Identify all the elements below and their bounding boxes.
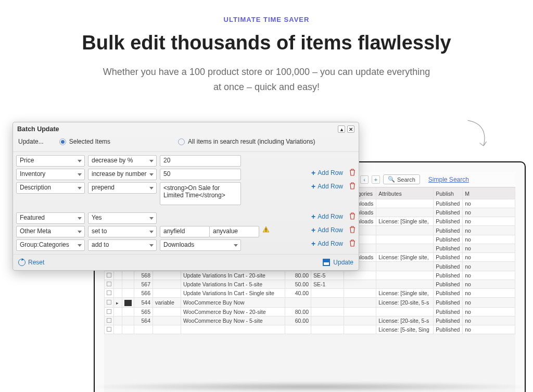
row-checkbox[interactable] [105, 289, 114, 298]
cell-m: no [463, 262, 515, 271]
field-select[interactable]: Featured [16, 212, 85, 224]
field-select[interactable]: Price [16, 155, 85, 167]
cell-m: no [463, 226, 515, 235]
plus-icon: + [311, 169, 315, 177]
add-row-button[interactable]: +Add Row [311, 169, 343, 177]
operation-select[interactable]: set to [88, 226, 157, 237]
row-expand[interactable] [114, 271, 122, 280]
row-expand[interactable]: ▸ [114, 298, 122, 307]
cell-attr: License: [Single site, [376, 253, 434, 262]
cell-publish: Published [434, 280, 463, 289]
cell-cat [344, 280, 376, 289]
field-select[interactable]: Description [16, 182, 85, 194]
cell-sku: SE-1 [311, 280, 344, 289]
trash-icon[interactable] [349, 182, 356, 189]
add-row-label: Add Row [318, 226, 343, 234]
cell-publish: Published [434, 208, 463, 217]
operation-select[interactable]: add to [88, 239, 157, 251]
table-row[interactable]: ▸544variableWooCommerce Buy NowLicense: … [105, 298, 515, 307]
reset-button[interactable]: Reset [18, 259, 44, 266]
cell-publish: Published [434, 325, 463, 334]
row-expand[interactable] [114, 289, 122, 298]
reset-icon [18, 259, 26, 266]
field-select[interactable]: Group:Categories [16, 239, 85, 251]
grid-header[interactable]: Publish [434, 188, 463, 199]
close-icon[interactable]: ✕ [347, 125, 354, 133]
add-icon[interactable]: + [372, 175, 380, 184]
row-checkbox[interactable] [105, 325, 114, 334]
row-checkbox[interactable] [105, 280, 114, 289]
cell-publish: Published [434, 226, 463, 235]
cell-sku: SE-5 [311, 271, 344, 280]
row-checkbox[interactable] [105, 316, 114, 325]
add-row-button[interactable]: +Add Row [311, 226, 343, 234]
page-subtitle: Whether you have a 100 product store or … [100, 65, 433, 95]
reset-label: Reset [28, 259, 44, 266]
radio-dot-icon [59, 138, 66, 145]
cell-type [153, 307, 181, 316]
cell-attr: License: [Single site, [376, 217, 434, 226]
radio-selected-items[interactable]: Selected Items [59, 138, 110, 145]
meta-key-input[interactable]: anyfield [160, 226, 210, 237]
cell-m: no [463, 253, 515, 262]
grid-header[interactable]: M [463, 188, 515, 199]
cell-attr [376, 244, 434, 253]
cell-attr: License: [20-site, 5-s [376, 298, 434, 307]
field-select[interactable]: Other Meta [16, 226, 85, 237]
trash-icon[interactable] [349, 239, 356, 247]
value-input[interactable]: 20 [160, 155, 241, 167]
table-row[interactable]: 566Update Variations In Cart - Single si… [105, 289, 515, 298]
trash-icon[interactable] [349, 226, 356, 233]
rule-row: Inventoryincrease by number50+Add Row [16, 169, 356, 180]
simple-search-link[interactable]: Simple Search [428, 176, 469, 183]
trash-icon[interactable] [349, 212, 356, 220]
cell-m: no [463, 208, 515, 217]
table-row[interactable]: 564WooCommerce Buy Now - 5-site60.00Lice… [105, 316, 515, 325]
arrow-right-icon [465, 118, 489, 152]
rule-row: FeaturedYes+Add Row [16, 212, 356, 224]
cell-cat [344, 298, 376, 307]
field-select[interactable]: Inventory [16, 169, 85, 180]
row-expand[interactable] [114, 307, 122, 316]
panel-titlebar: Batch Update ▴ ✕ [13, 122, 359, 135]
row-expand[interactable] [114, 316, 122, 325]
value-textarea[interactable]: <strong>On Sale for Limited Time</strong… [160, 182, 241, 205]
operation-select[interactable]: increase by number [88, 169, 157, 180]
row-checkbox[interactable] [105, 307, 114, 316]
cell-sku [311, 289, 344, 298]
cell-m: no [463, 235, 515, 244]
back-icon[interactable]: ‹ [360, 175, 369, 184]
row-expand[interactable] [114, 280, 122, 289]
operation-select[interactable]: Yes [88, 212, 157, 224]
grid-header[interactable]: Attributes [376, 188, 434, 199]
row-checkbox[interactable] [105, 271, 114, 280]
table-row[interactable]: 567Update Variations In Cart - 5-site50.… [105, 280, 515, 289]
add-row-button[interactable]: +Add Row [311, 182, 343, 191]
cell-name: Update Variations In Cart - 20-site [181, 271, 285, 280]
table-row[interactable]: 568Update Variations In Cart - 20-site80… [105, 271, 515, 280]
table-row[interactable]: License: [5-site, SingPublishedno [105, 325, 515, 334]
value-select[interactable]: Downloads [160, 239, 241, 251]
cell-attr: License: [20-site, 5-s [376, 316, 434, 325]
collapse-icon[interactable]: ▴ [338, 125, 345, 133]
trash-icon[interactable] [349, 169, 356, 176]
value-input[interactable]: 50 [160, 169, 241, 180]
cell-price: 80.00 [285, 271, 311, 280]
cell-type [153, 325, 181, 334]
add-row-button[interactable]: +Add Row [311, 212, 343, 221]
radio-dot-icon [178, 138, 185, 145]
row-checkbox[interactable] [105, 298, 114, 307]
cell-price: 40.00 [285, 289, 311, 298]
table-row[interactable]: 565WooCommerce Buy Now - 20-site80.00Pub… [105, 307, 515, 316]
update-button[interactable]: Update [323, 259, 353, 266]
cell-type [153, 280, 181, 289]
cell-price: 60.00 [285, 316, 311, 325]
search-button[interactable]: 🔍 Search [383, 174, 420, 184]
row-expand[interactable] [114, 325, 122, 334]
operation-select[interactable]: decrease by % [88, 155, 157, 167]
radio-all-items[interactable]: All items in search result (including Va… [178, 138, 315, 145]
scope-row: Update... Selected Items All items in se… [13, 135, 359, 152]
operation-select[interactable]: prepend [88, 182, 157, 194]
meta-value-input[interactable]: anyvalue [209, 226, 259, 237]
add-row-button[interactable]: +Add Row [311, 239, 343, 248]
